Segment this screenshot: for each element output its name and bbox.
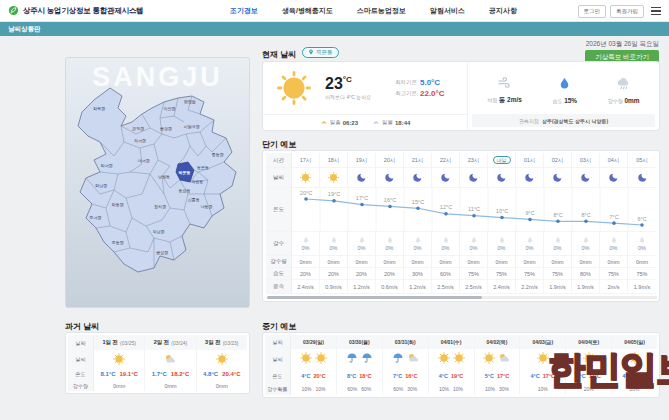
district-label[interactable]: 동성동: [178, 188, 190, 193]
humidity-cell: 20%: [376, 268, 404, 279]
raincloud-icon: [616, 76, 631, 95]
district-label[interactable]: 낙동면: [201, 203, 213, 208]
hour-cell: 내일: [488, 153, 516, 167]
current-date-text: 2026년 03월 26일 목요일: [586, 40, 659, 49]
mid-forecast-day: 04/04(토) 4°C17°C 20%: [566, 335, 612, 395]
app-logo[interactable]: 상주시 농업기상정보 통합관제시스템: [8, 0, 144, 22]
district-label[interactable]: 화남면: [95, 183, 107, 188]
mid-forecast-day: 04/05(일) 4°C20°C 20%: [612, 335, 657, 395]
nav-item-4[interactable]: 공지사항: [489, 6, 517, 16]
current-temperature: 23°C: [325, 76, 389, 92]
sun-icon: [453, 350, 465, 368]
nav-actions: 로그인 회원가입: [578, 0, 662, 22]
district-label[interactable]: 청리면: [154, 203, 166, 208]
nav-item-2[interactable]: 스마트농업정보: [357, 6, 406, 16]
humidity-cell: 75%: [600, 268, 628, 279]
district-label[interactable]: 동문동: [197, 165, 209, 170]
hour-cell: 17시: [292, 153, 320, 167]
wind-cell: 0.6m/s: [376, 280, 404, 293]
nav-item-3[interactable]: 알림서비스: [430, 6, 465, 16]
location-pin-icon: [308, 49, 314, 56]
precip-amount-cell: 0mm: [432, 256, 460, 267]
short-forecast-title: 단기 예보: [262, 139, 296, 150]
precip-prob-cell: 0%: [348, 232, 376, 255]
weather-icon-cell: [348, 168, 376, 187]
svg-text:12°C: 12°C: [440, 204, 452, 210]
wind-cell: 0.9m/s: [320, 280, 348, 293]
district-label[interactable]: 신흥동: [188, 197, 200, 202]
sun-icon: [94, 350, 144, 367]
nav-menu: 조기경보생육/병해충지도스마트농업정보알림서비스공지사항: [230, 0, 517, 22]
login-button[interactable]: 로그인: [578, 5, 607, 18]
forecast-scrollbar-thumb[interactable]: [267, 296, 482, 299]
district-label[interactable]: 함창읍: [184, 99, 196, 104]
wind-cell: 2.4m/s: [292, 280, 320, 293]
district-label[interactable]: 화서면: [101, 162, 113, 167]
signup-button[interactable]: 회원가입: [610, 5, 644, 18]
row-label-humidity: 습도: [266, 268, 292, 279]
nav-item-0[interactable]: 조기경보: [230, 6, 258, 16]
low-temp-row: 최저기온 5.0°C: [395, 78, 445, 87]
page-title: 날씨상황판: [8, 25, 41, 34]
district-label[interactable]: 사벌국면: [184, 124, 200, 129]
district-label[interactable]: 이안면: [164, 105, 176, 110]
precip-amount-cell: 0mm: [320, 256, 348, 267]
precip-amount-cell: 0mm: [628, 256, 656, 267]
row-label-precip: 강수: [266, 232, 292, 255]
wind-cell: 1.2m/s: [348, 280, 376, 293]
hour-cell: 02시: [544, 153, 572, 167]
umbrella-icon: [392, 350, 404, 368]
mid-forecast-title: 중기 예보: [262, 321, 296, 332]
cloudsun-icon: [407, 350, 419, 368]
hour-cell: 03시: [572, 153, 600, 167]
wind-cell: 1.2m/s: [404, 280, 432, 293]
district-label[interactable]: 모서면: [90, 215, 102, 220]
current-weather-card: 23°C 어제보다 4°C 높아요 최저기온 5.0°C 최고기온 22.0°C: [262, 61, 660, 131]
precip-prob-cell: 0%: [488, 232, 516, 255]
wind-cell: 1.9m/s: [544, 280, 572, 293]
hamburger-menu-icon[interactable]: [651, 7, 661, 15]
svg-text:10°C: 10°C: [496, 208, 508, 214]
hour-cell: 21시: [404, 153, 432, 167]
district-label[interactable]: 은척면: [132, 126, 144, 131]
svg-text:20°C: 20°C: [300, 190, 312, 196]
district-label[interactable]: 계림동: [191, 178, 203, 183]
hour-cell: 22시: [432, 153, 460, 167]
location-badge[interactable]: 북문동: [302, 47, 339, 58]
humidity-cell: 20%: [320, 268, 348, 279]
svg-text:15°C: 15°C: [412, 199, 424, 205]
precip-prob-cell: 0%: [516, 232, 544, 255]
weather-icon-cell: [460, 168, 488, 187]
umbrella-icon: [346, 350, 358, 368]
sun-icon: [537, 350, 549, 368]
district-label[interactable]: 중동면: [212, 151, 224, 156]
district-label[interactable]: 남원동: [158, 174, 170, 179]
hour-cell: 04시: [600, 153, 628, 167]
district-label[interactable]: 내서면: [138, 158, 150, 163]
wind-icon: [497, 75, 512, 94]
sunset-icon: [372, 118, 380, 127]
district-label[interactable]: 모동면: [112, 240, 124, 245]
district-label[interactable]: 화동면: [112, 201, 124, 206]
precip-prob-cell: 0%: [404, 232, 432, 255]
nav-item-1[interactable]: 생육/병해충지도: [282, 6, 333, 16]
row-label-weather: 날씨: [266, 168, 292, 187]
district-label[interactable]: 공성면: [156, 249, 168, 254]
past-weather-title: 과거 날씨: [65, 321, 99, 332]
sun-icon: [583, 350, 595, 368]
precip-amount-cell: 0mm: [376, 256, 404, 267]
mid-forecast-row-labels: 날짜 날씨 온도 강수확률: [265, 335, 291, 395]
district-label[interactable]: 외서면: [134, 137, 146, 142]
humidity-cell: 30%: [404, 268, 432, 279]
district-label[interactable]: 공검면: [160, 126, 172, 131]
district-label[interactable]: 북문동: [178, 169, 190, 174]
mid-forecast-day: 04/01(수) 4°C19°C 10%10%: [429, 335, 475, 395]
current-weather-title: 현재 날씨: [262, 49, 296, 60]
observation-station: 관측지점상주(경상북도 상주시 낙양동): [472, 114, 655, 127]
district-label[interactable]: 화북면: [93, 105, 105, 110]
leaf-logo-icon: [8, 2, 19, 20]
mid-forecast-day: 04/02(목) 5°C17°C 10%30%: [475, 335, 521, 395]
precip-prob-cell: 0%: [292, 232, 320, 255]
district-label[interactable]: 외남면: [153, 229, 165, 234]
sangju-region-map[interactable]: SANGJU: [65, 57, 250, 308]
